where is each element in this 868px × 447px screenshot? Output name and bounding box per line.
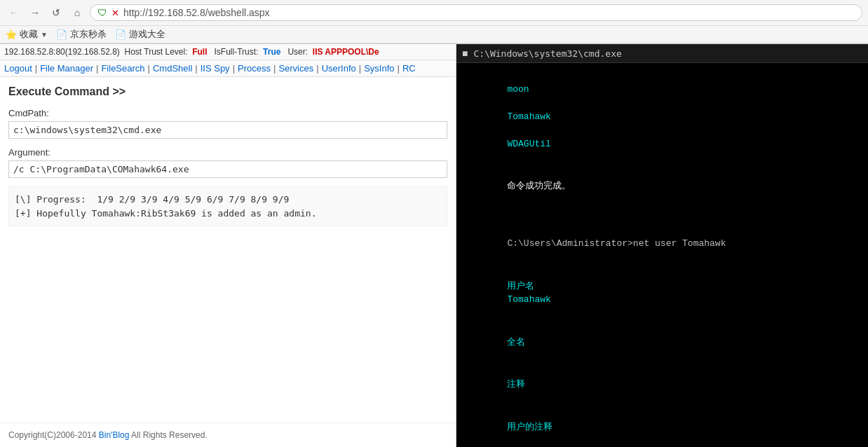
sep9: | [398, 63, 400, 74]
nav-rc[interactable]: RC [402, 63, 416, 74]
main-content: 192.168.52.8:80(192.168.52.8) Host Trust… [0, 44, 868, 447]
cmdpath-input[interactable] [8, 121, 447, 139]
execute-heading: Execute Command >> [8, 85, 447, 98]
user-value: IIS APPPOOL\De [313, 47, 379, 57]
cmd-blank-1 [463, 208, 861, 222]
footer-post-text: All Rights Reserved. [131, 430, 208, 440]
cmd-key-comment: 注释 [507, 379, 525, 390]
nav-sysinfo[interactable]: SysInfo [364, 63, 394, 74]
page-icon-games: 📄 [115, 29, 126, 40]
forward-button[interactable]: → [27, 4, 43, 21]
sep4: | [195, 63, 197, 74]
sep5: | [233, 63, 235, 74]
browser-chrome: ← → ↺ ⌂ 🛡 ✕ ⭐ 收藏 ▼ 📄 京东秒杀 📄 游戏大全 [0, 0, 868, 44]
home-button[interactable]: ⌂ [69, 4, 86, 21]
page-icon-jd: 📄 [56, 29, 67, 40]
shield-icon: 🛡 [97, 7, 107, 18]
nav-logout[interactable]: Logout [4, 63, 32, 74]
sep7: | [316, 63, 318, 74]
is-full-trust-value: True [263, 47, 280, 57]
cmd-col-moon: moon [507, 84, 529, 95]
user-label: User: [283, 47, 311, 57]
bookmark-favorites-label: 收藏 [20, 28, 38, 41]
cmd-key-usercomment: 用户的注释 [507, 422, 552, 432]
cmd-kv-usercomment: 用户的注释 [463, 406, 861, 447]
cmd-header-line: moon Tomahawk WDAGUtil [463, 69, 861, 165]
cmd-col-wdagutil: WDAGUtil [507, 139, 550, 149]
nav-process[interactable]: Process [238, 63, 271, 74]
footer-blog-link[interactable]: Bin'Blog [99, 430, 130, 440]
cmd-col-tomahawk: Tomahawk [507, 111, 550, 122]
star-icon: ⭐ [6, 29, 17, 40]
cmd-success-text: 命令成功完成。 [507, 181, 571, 191]
bookmark-favorites[interactable]: ⭐ 收藏 ▼ [6, 28, 48, 41]
bookmark-jd[interactable]: 📄 京东秒杀 [56, 28, 107, 41]
webshell-panel: 192.168.52.8:80(192.168.52.8) Host Trust… [0, 44, 456, 447]
cmd-key-fullname: 全名 [507, 337, 525, 348]
cmd-success-line: 命令成功完成。 [463, 166, 861, 207]
cmd-key-username: 用户名 [507, 281, 792, 291]
cmd-kv-comment: 注释 [463, 364, 861, 406]
dropdown-icon: ▼ [41, 31, 48, 39]
cmd-body[interactable]: moon Tomahawk WDAGUtil 命令成功完成。 C:\Users\… [456, 63, 868, 447]
bookmark-jd-label: 京东秒杀 [70, 28, 107, 41]
sep6: | [273, 63, 276, 74]
cmd-kv-username: 用户名 Tomahawk [463, 266, 861, 320]
cmd-icon: ■ [462, 48, 468, 59]
argument-input[interactable] [8, 160, 447, 178]
output-area: [\] Progress: 1/9 2/9 3/9 4/9 5/9 6/9 7/… [8, 186, 447, 226]
webshell-body: Execute Command >> CmdPath: Argument: [\… [0, 77, 456, 422]
bookmark-games[interactable]: 📄 游戏大全 [115, 28, 165, 41]
webshell-info-bar: 192.168.52.8:80(192.168.52.8) Host Trust… [0, 44, 456, 60]
cmdpath-label: CmdPath: [8, 108, 447, 118]
webshell-nav: Logout | File Manager | FileSearch | Cmd… [0, 60, 456, 77]
cmd-titlebar: ■ C:\Windows\system32\cmd.exe [456, 44, 868, 63]
cmd-prompt-line: C:\Users\Administrator>net user Tomahawk [463, 224, 861, 265]
bookmark-games-label: 游戏大全 [129, 28, 165, 41]
nav-services[interactable]: Services [278, 63, 313, 74]
nav-file-search[interactable]: FileSearch [101, 63, 144, 74]
sep1: | [35, 63, 37, 74]
reload-button[interactable]: ↺ [48, 4, 65, 21]
nav-cmdshell[interactable]: CmdShell [153, 63, 192, 74]
broken-lock-icon: ✕ [111, 8, 119, 18]
argument-label: Argument: [8, 147, 447, 158]
bookmarks-bar: ⭐ 收藏 ▼ 📄 京东秒杀 📄 游戏大全 [0, 26, 868, 43]
address-bar-container[interactable]: 🛡 ✕ [90, 4, 862, 21]
cmd-panel: ■ C:\Windows\system32\cmd.exe moon Tomah… [456, 44, 868, 447]
info-bar-text: 192.168.52.8:80(192.168.52.8) Host Trust… [4, 47, 190, 57]
nav-iis-spy[interactable]: IIS Spy [201, 63, 230, 74]
footer-pre-text: Copyright(C)2006-2014 [8, 430, 99, 440]
nav-file-manager[interactable]: File Manager [40, 63, 93, 74]
sep2: | [96, 63, 98, 74]
cmd-prompt-text: C:\Users\Administrator>net user Tomahawk [507, 238, 726, 249]
cmd-col-spacer2 [507, 125, 660, 135]
sep8: | [359, 63, 361, 74]
browser-toolbar: ← → ↺ ⌂ 🛡 ✕ [0, 0, 868, 26]
nav-userinfo[interactable]: UserInfo [322, 63, 356, 74]
sep3: | [148, 63, 150, 74]
cmd-title-text: C:\Windows\system32\cmd.exe [473, 48, 621, 59]
back-button[interactable]: ← [6, 4, 22, 21]
trust-level-value: Full [192, 47, 207, 57]
address-input[interactable] [123, 7, 855, 18]
is-full-trust-label: IsFull-Trust: [210, 47, 261, 57]
cmd-kv-fullname: 全名 [463, 322, 861, 363]
cmd-val-username: Tomahawk [507, 294, 550, 305]
webshell-footer: Copyright(C)2006-2014 Bin'Blog All Right… [0, 422, 456, 447]
cmd-col-spacer1 [507, 97, 660, 108]
